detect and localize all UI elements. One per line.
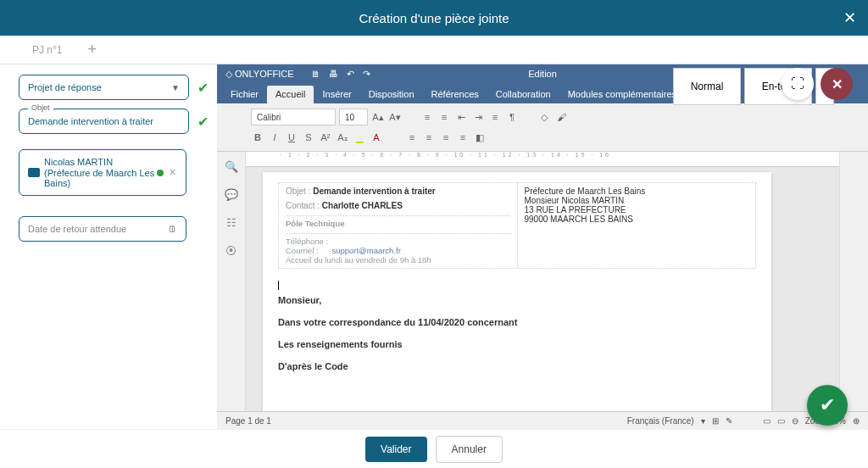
print-icon[interactable]: 🖶 (329, 69, 338, 80)
editor-doc-title: Edition (528, 69, 557, 79)
strike-icon[interactable]: S (302, 131, 315, 144)
validate-button[interactable]: Valider (365, 437, 426, 462)
spellcheck-icon[interactable]: ⊞ (712, 416, 719, 426)
tab-add-button[interactable]: + (77, 41, 107, 58)
modal-title: Création d'une pièce jointe (359, 11, 509, 25)
attachment-tabs: PJ n°1 + (0, 36, 868, 64)
bold-icon[interactable]: B (251, 131, 264, 144)
attachment-type-value: Projet de réponse (28, 82, 102, 92)
font-name-select[interactable]: Calibri (251, 109, 336, 125)
paragraph-icon[interactable]: ¶ (505, 110, 519, 124)
recipient-name: Nicolas MARTIN (28, 157, 177, 167)
modal-header: Création d'une pièce jointe ✕ (0, 0, 868, 36)
modal-footer: Valider Annuler (0, 429, 868, 468)
font-size-select[interactable]: 10 (339, 109, 368, 125)
numbering-icon[interactable]: ≡ (437, 110, 451, 124)
status-dot-icon (157, 170, 164, 176)
eraser-icon[interactable]: ◇ (537, 110, 551, 124)
right-tool-strip (839, 152, 868, 411)
horizontal-ruler: · 1 · 2 · 3 · 4 · 5 · 6 · 7 · 8 · 9 · 10… (246, 152, 839, 167)
menu-fichier[interactable]: Fichier (222, 86, 267, 103)
align-right-icon[interactable]: ≡ (439, 131, 453, 144)
document-editor: ◇ ONLYOFFICE 🗎 🖶 ↶ ↷ Edition Fichier Acc… (217, 64, 868, 429)
recipient-card[interactable]: Nicolas MARTIN (Préfecture de Maarch Les… (19, 149, 186, 196)
object-value: Demande intervention à traiter (28, 116, 153, 126)
fit-width-icon[interactable]: ▭ (777, 416, 785, 426)
attachment-type-select[interactable]: Projet de réponse ▼ (19, 75, 189, 100)
shading-icon[interactable]: ◧ (473, 131, 487, 144)
subscript-icon[interactable]: A₂ (336, 131, 349, 144)
underline-icon[interactable]: U (285, 131, 298, 144)
remove-recipient-icon[interactable]: ✕ (169, 167, 176, 178)
redo-icon[interactable]: ↷ (363, 69, 370, 80)
modal-close-icon[interactable]: ✕ (843, 8, 856, 27)
document-page[interactable]: Objet : Demande intervention à traiter C… (263, 172, 771, 411)
language-select[interactable]: Français (France) (627, 416, 694, 426)
return-date-placeholder: Date de retour attendue (28, 224, 126, 234)
align-center-icon[interactable]: ≡ (422, 131, 436, 144)
calendar-icon: 🗓 (168, 224, 177, 234)
align-left-icon[interactable]: ≡ (405, 131, 419, 144)
recipient-org-2: Bains) (28, 178, 177, 188)
tab-pj1[interactable]: PJ n°1 (17, 44, 77, 56)
decrease-font-icon[interactable]: A▾ (388, 110, 402, 124)
chevron-down-icon: ▼ (171, 83, 180, 92)
editor-status-bar: Page 1 de 1 Français (France)▾ ⊞ ✎ ▭ ▭ ⊖… (217, 411, 868, 430)
cancel-button[interactable]: Annuler (436, 436, 503, 463)
editor-close-button[interactable]: ✕ (821, 68, 853, 100)
return-date-field[interactable]: Date de retour attendue 🗓 (19, 216, 186, 242)
contact-icon (28, 168, 40, 177)
headings-icon[interactable]: ☷ (226, 216, 236, 229)
menu-modules[interactable]: Modules complémentaires (559, 86, 685, 103)
increase-font-icon[interactable]: A▴ (371, 110, 385, 124)
search-icon[interactable]: 🔍 (225, 160, 238, 173)
undo-icon[interactable]: ↶ (347, 69, 354, 80)
font-color-icon[interactable]: A (370, 131, 383, 144)
comments-icon[interactable]: 💬 (225, 188, 238, 201)
save-icon[interactable]: 🗎 (311, 69, 320, 80)
page-indicator: Page 1 de 1 (225, 416, 271, 426)
bullets-icon[interactable]: ≡ (420, 110, 434, 124)
menu-inserer[interactable]: Insérer (314, 86, 359, 103)
linespacing-icon[interactable]: ≡ (488, 110, 502, 124)
menu-collaboration[interactable]: Collaboration (487, 86, 559, 103)
menu-accueil[interactable]: Accueil (267, 86, 314, 103)
italic-icon[interactable]: I (268, 131, 281, 144)
indent-icon[interactable]: ⇥ (471, 110, 485, 124)
editor-brand: ◇ ONLYOFFICE (225, 69, 294, 80)
format-painter-icon[interactable]: 🖌 (554, 110, 568, 124)
outdent-icon[interactable]: ⇤ (454, 110, 468, 124)
feedback-icon[interactable]: ⦿ (225, 244, 236, 257)
menu-disposition[interactable]: Disposition (360, 86, 423, 103)
editor-toolbar: Calibri 10 A▴ A▾ ≡ ≡ ⇤ ⇥ ≡ ¶ ◇ 🖌 Normal … (217, 103, 868, 152)
zoom-in-icon[interactable]: ⊕ (853, 416, 860, 426)
fullscreen-button[interactable]: ⛶ (782, 68, 814, 100)
object-label: Objet (28, 103, 53, 112)
page-canvas[interactable]: Objet : Demande intervention à traiter C… (246, 167, 839, 411)
superscript-icon[interactable]: A² (319, 131, 332, 144)
fit-page-icon[interactable]: ▭ (763, 416, 771, 426)
check-icon: ✔ (198, 114, 209, 130)
trackchanges-icon[interactable]: ✎ (726, 416, 732, 426)
menu-references[interactable]: Références (423, 86, 487, 103)
confirm-fab[interactable]: ✔ (807, 385, 848, 426)
style-normal[interactable]: Normal (673, 68, 741, 105)
zoom-out-icon[interactable]: ⊖ (792, 416, 798, 426)
highlight-icon[interactable]: ▁ (353, 131, 366, 144)
left-tool-strip: 🔍 💬 ☷ ⦿ (217, 152, 246, 411)
form-panel: Projet de réponse ▼ ✔ Objet Demande inte… (0, 64, 217, 429)
align-justify-icon[interactable]: ≡ (456, 131, 470, 144)
check-icon: ✔ (198, 80, 209, 96)
object-field[interactable]: Objet Demande intervention à traiter (19, 109, 189, 134)
recipient-org-1: (Préfecture de Maarch Les (44, 168, 154, 178)
